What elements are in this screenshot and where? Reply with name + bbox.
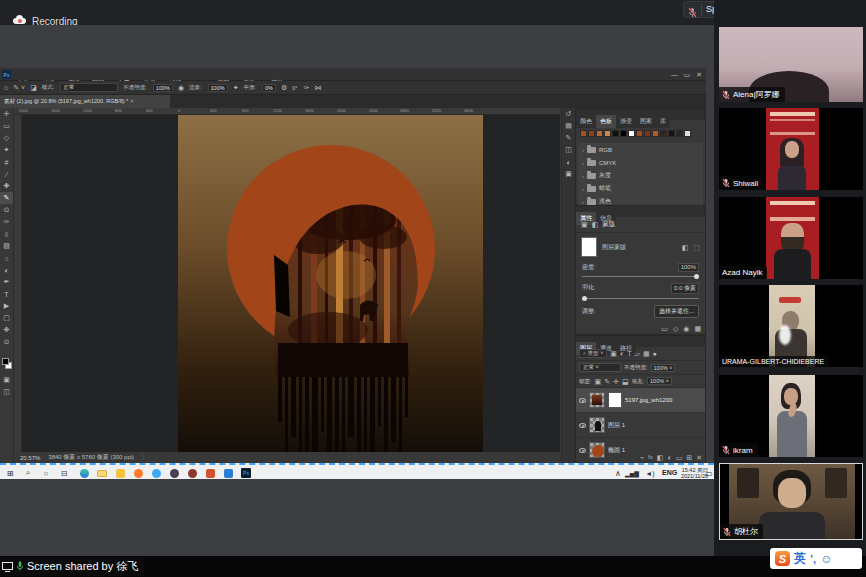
- layer-mask-thumbnail[interactable]: [608, 392, 622, 408]
- start-button[interactable]: ⊞: [4, 467, 16, 479]
- photoshop-taskbar-icon[interactable]: Ps: [240, 467, 252, 479]
- brush-preset-icon[interactable]: ✎ ˅: [13, 84, 25, 91]
- mic-muted-icon[interactable]: [688, 4, 697, 15]
- layer-visibility-icon[interactable]: [579, 398, 586, 403]
- tool-quick-select[interactable]: ✦: [0, 144, 13, 156]
- density-value[interactable]: 100%: [678, 263, 699, 272]
- status-expand-icon[interactable]: 〉: [142, 453, 148, 462]
- tool-history-brush[interactable]: ✑: [0, 216, 13, 228]
- cortana-icon[interactable]: ○: [40, 467, 52, 479]
- density-slider[interactable]: [582, 276, 699, 277]
- tool-type[interactable]: T: [0, 288, 13, 300]
- tool-eyedropper[interactable]: ∕: [0, 168, 13, 180]
- filter-smart-icon[interactable]: ▦: [643, 350, 650, 357]
- ime-emoji-icon[interactable]: ☺: [820, 552, 832, 566]
- pressure-opacity-icon[interactable]: ◉: [178, 84, 184, 91]
- smoothing-gear-icon[interactable]: ⚙: [281, 84, 287, 91]
- symmetry-icon[interactable]: ⋈: [314, 84, 321, 91]
- tool-healing[interactable]: ✚: [0, 180, 13, 192]
- history-panel-icon[interactable]: ↺: [562, 108, 575, 120]
- participant-tile[interactable]: Azad Nayik: [719, 197, 863, 279]
- filter-type-icon[interactable]: T: [627, 350, 631, 357]
- tool-lasso[interactable]: ◇: [0, 132, 13, 144]
- sogou-logo-icon[interactable]: S: [775, 551, 790, 566]
- mask-edge-icon[interactable]: ▭: [661, 325, 668, 332]
- color-range-icon[interactable]: ◇: [673, 325, 678, 332]
- language-indicator[interactable]: ENG: [662, 469, 677, 476]
- smoothing-value[interactable]: 0%: [262, 84, 276, 92]
- app-maroon-icon[interactable]: [186, 467, 198, 479]
- tool-eraser[interactable]: ◊: [0, 228, 13, 240]
- tool-hand[interactable]: ✥: [0, 324, 13, 336]
- tool-clone-stamp[interactable]: ⊙: [0, 204, 13, 216]
- participant-tile-active[interactable]: 胡杜尔: [719, 463, 863, 540]
- tray-hidden-icons[interactable]: ∧: [612, 467, 624, 479]
- volume-icon[interactable]: ◄): [644, 467, 656, 479]
- libraries-panel-icon[interactable]: ◫: [562, 144, 575, 156]
- add-mask-icon[interactable]: ◧: [657, 454, 664, 461]
- swatch-group-light[interactable]: ›浅色: [578, 195, 703, 205]
- filter-toggle-icon[interactable]: ●: [653, 350, 657, 357]
- taskbar-search-icon[interactable]: ⌕: [22, 467, 34, 479]
- layer-style-icon[interactable]: fx: [648, 454, 653, 461]
- info-panel-icon[interactable]: ▤: [562, 120, 575, 132]
- file-explorer-icon[interactable]: [96, 467, 108, 479]
- brush-panel-toggle-icon[interactable]: ◪: [30, 84, 37, 91]
- tool-dodge[interactable]: ◐: [0, 264, 13, 276]
- app-yellow-icon[interactable]: [114, 467, 126, 479]
- lock-all-icon[interactable]: ⬓: [622, 378, 629, 385]
- add-mask-icon[interactable]: ◧: [682, 244, 689, 251]
- tab-close-icon[interactable]: ✕: [130, 98, 135, 104]
- swatch-row[interactable]: [576, 120, 705, 143]
- tool-path-select[interactable]: ▶: [0, 300, 13, 312]
- angle-value[interactable]: 0°: [292, 85, 297, 91]
- tool-brush[interactable]: ✎: [0, 192, 13, 204]
- ime-bar[interactable]: S 英 ’, ☺: [770, 548, 862, 569]
- network-icon[interactable]: ▂▅▇: [626, 467, 638, 479]
- status-zoom-value[interactable]: 20.57%: [20, 455, 40, 461]
- mode-select[interactable]: 正常: [60, 83, 118, 92]
- swatch-group-cmyk[interactable]: ›CMYK: [578, 156, 703, 169]
- ime-mode-indicator[interactable]: 英: [794, 550, 806, 567]
- canvas-viewport[interactable]: 2000 1600 1200 800 400 0 400 800 1200 16…: [15, 108, 560, 452]
- home-icon[interactable]: ⌂: [4, 84, 8, 91]
- new-layer-icon[interactable]: ⊞: [686, 454, 692, 461]
- layer-filter-select[interactable]: ⌕ 类型 ˅: [579, 349, 607, 358]
- tool-crop[interactable]: #: [0, 156, 13, 168]
- window-maximize-icon[interactable]: ▭: [683, 71, 690, 78]
- participant-tile[interactable]: URAMA-GILBERT-CHIDIEBERE: [719, 285, 863, 367]
- lock-pixels-icon[interactable]: ✎: [604, 378, 610, 385]
- adjust-panel-icon[interactable]: ◐: [562, 156, 575, 168]
- app-orange-icon[interactable]: [132, 467, 144, 479]
- link-layers-icon[interactable]: ⌁: [640, 454, 644, 461]
- artwork-canvas[interactable]: [178, 115, 483, 452]
- layer-visibility-icon[interactable]: [579, 448, 586, 453]
- ime-punctuation-indicator[interactable]: ’,: [810, 553, 816, 565]
- fill-value[interactable]: 100% ˅: [647, 377, 672, 385]
- tool-move[interactable]: ✛: [0, 108, 13, 120]
- pressure-size-icon[interactable]: ✑: [304, 84, 310, 91]
- layer-visibility-icon[interactable]: [579, 423, 586, 428]
- participant-tile[interactable]: Alena|阿罗娜: [719, 27, 863, 102]
- tool-zoom[interactable]: ⊙: [0, 336, 13, 348]
- blend-mode-select[interactable]: 正常 ˅: [579, 363, 621, 372]
- window-minimize-icon[interactable]: —: [671, 71, 678, 78]
- invert-icon[interactable]: ◉: [683, 325, 689, 332]
- swatch-group-rgb[interactable]: ›RGB: [578, 143, 703, 156]
- foreground-color-swatch[interactable]: [2, 358, 9, 365]
- screen-mode-icon[interactable]: ◫: [0, 386, 13, 398]
- filter-adjustment-icon[interactable]: ◐: [620, 350, 624, 357]
- delete-layer-icon[interactable]: ✕: [696, 454, 702, 461]
- flow-value[interactable]: 100%: [208, 84, 228, 92]
- document-tab[interactable]: 素材 (2).jpg @ 20.8% (5197.jpg_wh1200, RGB…: [0, 95, 170, 108]
- brushes-panel-icon[interactable]: ✎: [562, 132, 575, 144]
- opacity-value[interactable]: 100%: [153, 84, 173, 92]
- app-blue-search-icon[interactable]: [150, 467, 162, 479]
- lock-position-icon[interactable]: ✛: [613, 378, 619, 385]
- select-and-mask-button[interactable]: 选择并遮住...: [654, 305, 699, 318]
- app-dark-icon[interactable]: [168, 467, 180, 479]
- powerpoint-icon[interactable]: [204, 467, 216, 479]
- swatch-group-pastel[interactable]: ›蜡笔: [578, 182, 703, 195]
- tool-gradient[interactable]: ▨: [0, 240, 13, 252]
- layer-row-silhouette[interactable]: 图层 1: [576, 413, 705, 438]
